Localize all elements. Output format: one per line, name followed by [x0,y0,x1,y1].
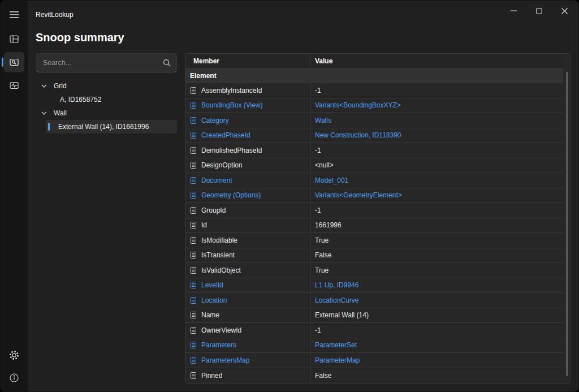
clipboard-list-icon [190,191,197,199]
member-cell-text[interactable]: IsTransient [201,251,235,259]
value-cell-text[interactable]: True [315,266,329,274]
hamburger-icon [10,11,19,18]
table-row[interactable]: Geometry (Options) Variants<GeometryElem… [185,188,563,204]
close-icon [561,8,568,14]
member-cell-text[interactable]: DesignOption [201,161,243,169]
value-cell-text[interactable]: 1661996 [315,221,342,229]
member-cell-text[interactable]: IsModifiable [201,236,237,244]
member-cell-text[interactable]: LevelId [201,281,223,289]
value-cell-text[interactable]: Variants<BoundingBoxXYZ> [315,101,401,109]
member-cell-text[interactable]: Location [201,296,227,304]
value-cell-text[interactable]: External Wall (14) [315,311,369,319]
table-row[interactable]: Id 1661996 [185,218,563,234]
vertical-scrollbar[interactable] [566,72,568,376]
table-row[interactable]: LevelId L1 Up, ID9946 [185,278,563,294]
maximize-button[interactable] [526,1,552,21]
hamburger-menu-button[interactable] [1,1,28,29]
value-cell-text[interactable]: -1 [315,147,321,154]
member-cell-text[interactable]: AssemblyInstanceId [201,87,262,94]
table-row[interactable]: Name External Wall (14) [185,308,563,324]
value-cell-text[interactable]: Model_001 [315,176,348,184]
value-cell-text[interactable]: True [315,236,329,244]
member-cell-text[interactable]: BoundingBox (View) [201,101,263,109]
page-content: Snoop summary [28,29,578,391]
table-row[interactable]: DesignOption <null> [185,158,563,174]
tree-item-grid[interactable]: Grid [36,79,177,93]
member-cell-text[interactable]: GroupId [201,206,226,214]
table-row[interactable]: IsValidObject True [185,263,563,278]
column-header-member[interactable]: Member [185,54,310,68]
sidebar-item-settings[interactable] [5,346,23,364]
table-row[interactable]: IsTransient False [185,248,563,264]
value-cell-text[interactable]: -1 [315,326,321,334]
value-cell-text[interactable]: L1 Up, ID9946 [315,281,358,289]
tree-item-label: A, ID1658752 [60,96,101,104]
value-cell-text[interactable]: New Construction, ID118390 [315,131,401,139]
close-button[interactable] [552,1,577,21]
chevron-down-icon[interactable] [41,111,47,115]
main-area: RevitLookup [28,1,578,391]
clipboard-list-icon [190,341,197,349]
chevron-down-icon[interactable] [41,84,47,88]
value-cell-text[interactable]: False [315,251,331,259]
maximize-icon [536,8,542,14]
member-cell-text[interactable]: Id [201,221,207,229]
clipboard-list-icon [190,221,197,229]
member-cell-text[interactable]: OwnerViewId [201,326,241,334]
tree-item-external-wall[interactable]: External Wall (14), ID1661996 [46,120,177,133]
table-row[interactable]: Document Model_001 [185,173,563,188]
column-header-value[interactable]: Value [310,54,563,68]
tree-item-wall[interactable]: Wall [36,106,177,120]
page-title: Snoop summary [36,31,571,44]
tree-item-grid-a[interactable]: A, ID1658752 [36,93,177,106]
sidebar-item-about[interactable] [5,369,23,387]
member-cell-text[interactable]: Pinned [201,372,222,380]
member-cell-text[interactable]: Name [201,311,219,319]
table-row[interactable]: AssemblyInstanceId -1 [185,83,563,98]
table-row[interactable]: GroupId -1 [185,203,563,218]
clipboard-list-icon [190,266,197,274]
value-cell-text[interactable]: Variants<GeometryElement> [315,191,402,199]
member-cell-text[interactable]: Parameters [201,341,236,349]
snoop-tree-panel: Grid A, ID1658752 Wall External W [36,53,177,387]
sidebar-item-snoop-summary[interactable] [4,52,24,72]
snoop-summary-icon [9,57,19,67]
table-row[interactable]: Parameters ParameterSet [185,338,563,354]
table-row[interactable]: IsModifiable True [185,233,563,248]
member-cell-text[interactable]: CreatedPhaseId [201,131,250,139]
value-cell-text[interactable]: Walls [315,117,331,124]
clipboard-list-icon [190,296,197,304]
member-cell-text[interactable]: Category [201,117,229,124]
window-controls [501,1,577,21]
minimize-button[interactable] [501,1,526,21]
table-row[interactable]: OwnerViewId -1 [185,323,563,338]
clipboard-list-icon [190,236,197,244]
minimize-icon [511,10,517,11]
value-cell-text[interactable]: False [315,372,331,380]
table-row[interactable]: BoundingBox (View) Variants<BoundingBoxX… [185,98,563,114]
value-cell-text[interactable]: -1 [315,206,321,214]
table-row[interactable]: DemolishedPhaseId -1 [185,143,563,158]
value-cell-text[interactable]: ParameterSet [315,341,357,349]
member-cell-text[interactable]: ParametersMap [201,356,249,364]
member-cell-text[interactable]: Document [201,176,232,184]
value-cell-text[interactable]: LocationCurve [315,296,358,304]
table-row[interactable]: Pinned False [185,368,563,384]
tree-item-label: External Wall (14), ID1661996 [58,123,149,131]
table-row[interactable]: Location LocationCurve [185,293,563,308]
value-cell-text[interactable]: ParameterMap [315,356,360,364]
tree-item-label: Grid [54,82,67,90]
table-row[interactable]: ParametersMap ParameterMap [185,353,563,368]
member-cell-text[interactable]: Geometry (Options) [201,191,261,199]
table-row[interactable]: Category Walls [185,113,563,128]
search-input[interactable] [42,58,163,67]
member-cell-text[interactable]: DemolishedPhaseId [201,147,262,154]
sidebar-item-dashboard[interactable] [4,29,24,49]
sidebar-item-event-monitor[interactable] [4,75,24,96]
clipboard-list-icon [190,117,197,124]
table-row[interactable]: CreatedPhaseId New Construction, ID11839… [185,128,563,144]
value-cell-text[interactable]: <null> [315,161,334,169]
member-cell-text[interactable]: IsValidObject [201,266,241,274]
search-box [36,53,177,72]
value-cell-text[interactable]: -1 [315,87,321,94]
